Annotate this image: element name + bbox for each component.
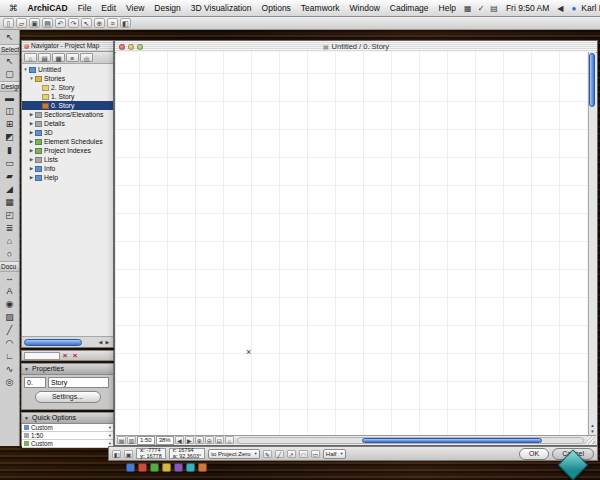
marquee-tool-icon[interactable]: ▢: [2, 68, 18, 81]
vertical-scroll-thumb[interactable]: [589, 53, 595, 107]
tree-item-help[interactable]: ▶ Help: [22, 173, 113, 182]
story-number-field[interactable]: [24, 377, 46, 388]
navigator-hscrollbar[interactable]: ◀ ▶: [22, 336, 113, 347]
dock-app-icon[interactable]: [138, 463, 147, 472]
menu-script-icon[interactable]: ▦: [461, 4, 475, 13]
arc-tool-icon[interactable]: ◠: [2, 337, 18, 350]
slab-tool-icon[interactable]: ▰: [2, 170, 18, 183]
menu-cadimage[interactable]: Cadimage: [385, 0, 434, 16]
disclosure-icon[interactable]: ▶: [28, 130, 35, 135]
navigator-scroll-thumb[interactable]: [24, 339, 82, 346]
undo-icon[interactable]: ↶: [55, 18, 66, 28]
menu-window[interactable]: Window: [345, 0, 385, 16]
redo-icon[interactable]: ↷: [68, 18, 79, 28]
zoom-window-icon[interactable]: [137, 44, 143, 50]
tree-item-lists[interactable]: ▶ Lists: [22, 155, 113, 164]
menu-design[interactable]: Design: [149, 0, 185, 16]
window-resize-grip[interactable]: [587, 436, 595, 444]
roof-tool-icon[interactable]: ◢: [2, 183, 18, 196]
volume-icon[interactable]: ◀: [554, 4, 566, 13]
palette-close-icon[interactable]: ×: [60, 351, 70, 360]
user-menu[interactable]: Karl Barker: [581, 3, 600, 13]
zoom-out-icon[interactable]: ⊖: [205, 436, 214, 444]
palette-close-icon-2[interactable]: ×: [70, 351, 80, 360]
drawing-canvas[interactable]: ×: [116, 52, 588, 435]
menu-file[interactable]: File: [73, 0, 97, 16]
collapse-icon[interactable]: ▼: [24, 413, 29, 423]
disclosure-icon[interactable]: ▶: [28, 148, 35, 153]
horizontal-scroll-thumb[interactable]: [362, 438, 542, 443]
pen-weight-select[interactable]: Half ▾: [323, 449, 346, 459]
forward-view-icon[interactable]: ▶: [185, 436, 194, 444]
arrow-style-icon[interactable]: ↗: [287, 450, 296, 458]
line-tool-icon[interactable]: ╱: [2, 324, 18, 337]
a-value[interactable]: 92.3603°: [179, 453, 201, 459]
layer-combination-select[interactable]: Custom ▾: [22, 424, 113, 432]
displays-icon[interactable]: ▤: [487, 4, 501, 13]
y-value[interactable]: 16778: [146, 453, 161, 459]
beam-tool-icon[interactable]: ▭: [2, 157, 18, 170]
properties-header[interactable]: ▼ Properties: [22, 364, 113, 375]
navigator-settings-icon[interactable]: ◎: [80, 53, 93, 62]
home-zoom-icon[interactable]: ⌂: [225, 436, 234, 444]
door-tool-icon[interactable]: ◫: [2, 105, 18, 118]
quick-options-header[interactable]: ▼ Quick Options: [22, 413, 113, 424]
scroll-left-icon[interactable]: ◀: [97, 339, 104, 345]
polyline-tool-icon[interactable]: ∟: [2, 350, 18, 363]
zone-tool-icon[interactable]: ◰: [2, 209, 18, 222]
dock-app-icon[interactable]: [150, 463, 159, 472]
print-icon[interactable]: ▤: [42, 18, 53, 28]
menu-clock[interactable]: Fri 9:50 AM: [506, 3, 549, 13]
scale-select[interactable]: 1:50 ▾: [22, 432, 113, 440]
tree-item-story-2[interactable]: 2. Story: [22, 83, 113, 92]
scroll-right-icon[interactable]: ▶: [104, 339, 111, 345]
tree-item-project-indexes[interactable]: ▶ Project Indexes: [22, 146, 113, 155]
minimize-window-icon[interactable]: [128, 44, 134, 50]
wall-tool-icon[interactable]: ▬: [2, 92, 18, 105]
tracker-options-icon[interactable]: ◧: [112, 450, 121, 458]
grid-snap-icon[interactable]: ▣: [124, 450, 133, 458]
options-tool-icon[interactable]: ≡: [107, 18, 118, 28]
toolbox-arrow-icon[interactable]: ↖: [2, 31, 18, 44]
disclosure-icon[interactable]: ▶: [28, 175, 35, 180]
zoom-indicator[interactable]: 38%: [156, 436, 174, 445]
tree-item-info[interactable]: ▶ Info: [22, 164, 113, 173]
lamp-tool-icon[interactable]: ○: [2, 248, 18, 261]
camera-tool-icon[interactable]: ◎: [2, 376, 18, 389]
zoom-tool-icon[interactable]: ⊕: [94, 18, 105, 28]
menu-check-icon[interactable]: ✓: [475, 4, 488, 13]
disclosure-icon[interactable]: ▶: [28, 139, 35, 144]
menu-3d-visualization[interactable]: 3D Visualization: [186, 0, 257, 16]
column-tool-icon[interactable]: ▮: [2, 144, 18, 157]
arc-style-icon[interactable]: ◠: [299, 450, 308, 458]
tree-item-3d[interactable]: ▶ 3D: [22, 128, 113, 137]
settings-button[interactable]: Settings...: [35, 391, 101, 403]
stair-tool-icon[interactable]: ≣: [2, 222, 18, 235]
pages-icon[interactable]: ▤: [117, 436, 126, 444]
disclosure-icon[interactable]: ▶: [28, 166, 35, 171]
dock-app-icon[interactable]: [126, 463, 135, 472]
navigator-titlebar[interactable]: Navigator - Project Map: [22, 41, 113, 52]
scale-indicator[interactable]: 1:50: [137, 436, 155, 445]
tree-item-story-1[interactable]: 1. Story: [22, 92, 113, 101]
ok-button[interactable]: OK: [519, 448, 549, 460]
zoom-in-icon[interactable]: ⊕: [195, 436, 204, 444]
window-tool-icon[interactable]: ⊞: [2, 118, 18, 131]
dock-app-icon[interactable]: [198, 463, 207, 472]
menu-teamwork[interactable]: Teamwork: [296, 0, 345, 16]
vertical-scroll-arrows[interactable]: ▲ ▼: [589, 423, 596, 435]
dock-app-icon[interactable]: [162, 463, 171, 472]
fill-tool-icon[interactable]: ▨: [2, 311, 18, 324]
menu-view[interactable]: View: [121, 0, 149, 16]
project-map-icon[interactable]: ⌂: [24, 53, 37, 62]
tree-item-story-0-selected[interactable]: 0. Story: [22, 101, 113, 110]
story-name-field[interactable]: [48, 377, 109, 388]
apple-menu-icon[interactable]: ⌘: [4, 0, 23, 16]
view-map-icon[interactable]: ▤: [38, 53, 51, 62]
horizontal-scrollbar[interactable]: [237, 437, 584, 444]
label-tool-icon[interactable]: ◉: [2, 298, 18, 311]
menu-edit[interactable]: Edit: [96, 0, 121, 16]
line-weight-icon[interactable]: ╱: [275, 450, 284, 458]
menu-options[interactable]: Options: [257, 0, 296, 16]
display-options-select[interactable]: Custom ▾: [22, 440, 113, 448]
